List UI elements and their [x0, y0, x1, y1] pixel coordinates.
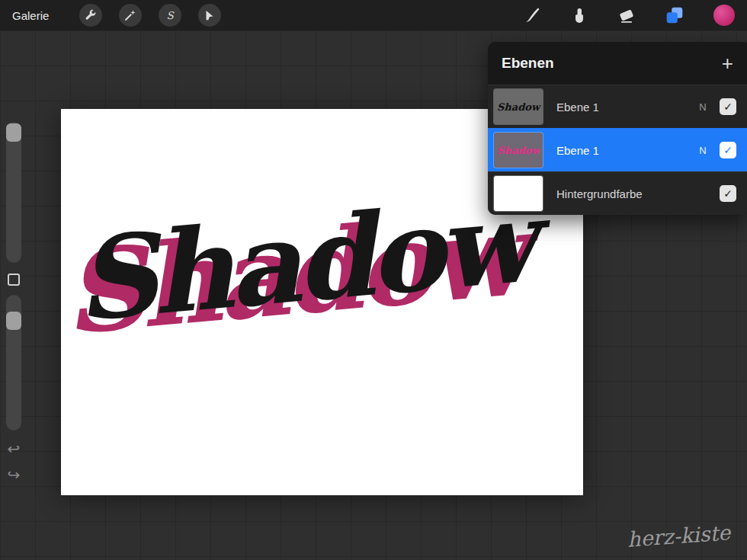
smudge-button[interactable] [570, 6, 588, 24]
check-icon: ✓ [723, 101, 733, 113]
redo-button[interactable]: ↪ [8, 467, 21, 482]
adjustments-button[interactable] [119, 4, 142, 27]
modify-button[interactable] [8, 274, 20, 286]
layer-row-shadow-pink-selected[interactable]: Shadow Ebene 1 N ✓ [488, 128, 747, 171]
layer-thumbnail[interactable]: Shadow [494, 133, 543, 168]
visibility-checkbox[interactable]: ✓ [720, 185, 736, 202]
layer-row-controls: ✓ [720, 185, 736, 202]
layer-row-controls: N ✓ [698, 98, 736, 115]
brush-icon [523, 6, 541, 24]
actions-wrench-button[interactable] [79, 4, 102, 27]
undo-icon: ↩ [8, 440, 21, 458]
visibility-checkbox[interactable]: ✓ [720, 142, 736, 158]
top-toolbar: Galerie S [0, 0, 747, 30]
cursor-arrow-icon [203, 8, 216, 22]
layers-button[interactable] [665, 5, 684, 25]
brush-opacity-handle[interactable] [6, 312, 21, 330]
selection-button[interactable]: S [159, 4, 181, 27]
blend-mode-badge[interactable]: N [698, 145, 707, 156]
eraser-button[interactable] [617, 6, 636, 24]
layer-name: Hintergrundfarbe [556, 187, 643, 200]
gallery-button[interactable]: Galerie [12, 9, 49, 22]
redo-icon: ↪ [8, 466, 21, 484]
add-layer-button[interactable]: + [722, 53, 733, 73]
visibility-checkbox[interactable]: ✓ [720, 98, 736, 115]
layer-thumbnail[interactable] [494, 176, 543, 211]
layer-row-background-color[interactable]: Hintergrundfarbe ✓ [488, 171, 747, 215]
transform-button[interactable] [198, 4, 221, 27]
brush-size-slider[interactable] [6, 122, 21, 263]
color-button[interactable] [713, 5, 735, 26]
selection-s-icon: S [163, 8, 177, 22]
check-icon: ✓ [723, 187, 733, 200]
toolbar-left-group: Galerie S [12, 4, 221, 27]
layers-panel-title: Ebenen [502, 55, 554, 72]
color-swatch [713, 5, 735, 26]
wrench-icon [84, 8, 98, 22]
undo-button[interactable]: ↩ [8, 441, 21, 456]
magic-wand-icon [123, 8, 137, 22]
svg-text:S: S [167, 9, 175, 21]
layers-panel: Ebenen + Shadow Ebene 1 N ✓ Shadow Ebene… [488, 42, 747, 215]
layer-row-controls: N ✓ [698, 142, 736, 158]
smudge-icon [570, 6, 588, 24]
blend-mode-badge[interactable]: N [698, 101, 707, 113]
brush-button[interactable] [523, 6, 541, 24]
brush-size-handle[interactable] [6, 123, 21, 142]
layers-panel-header: Ebenen + [488, 42, 747, 85]
toolbar-right-group [494, 5, 735, 26]
brush-opacity-slider[interactable] [6, 295, 21, 430]
layer-row-shadow-black[interactable]: Shadow Ebene 1 N ✓ [488, 85, 747, 128]
layers-icon [665, 5, 684, 25]
layer-thumbnail[interactable]: Shadow [494, 89, 543, 124]
layer-name: Ebene 1 [556, 144, 599, 157]
side-tool-bar: ↩ ↪ [5, 122, 23, 482]
layer-name: Ebene 1 [556, 101, 599, 114]
eraser-icon [617, 6, 636, 24]
check-icon: ✓ [723, 144, 733, 156]
procreate-screen: Galerie S [0, 0, 747, 560]
